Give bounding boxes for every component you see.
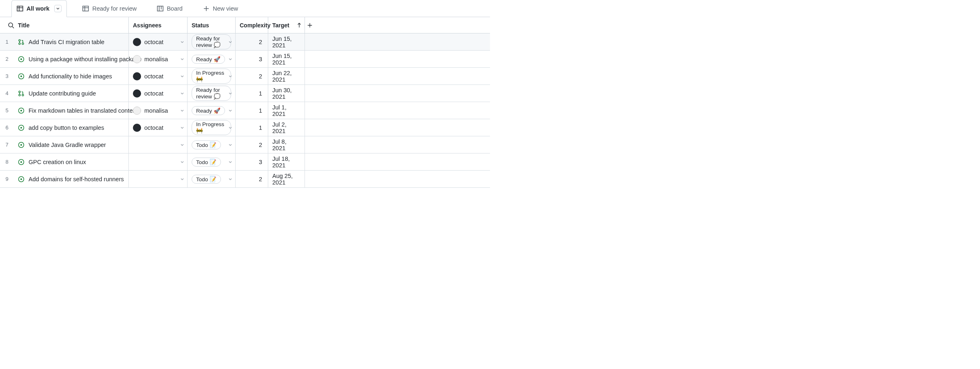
chevron-down-icon[interactable] [180, 160, 185, 164]
table-row[interactable]: 6 add copy button to examples octocat In… [0, 119, 490, 136]
chevron-down-icon[interactable] [180, 74, 185, 79]
title-text: GPC creation on linux [29, 159, 86, 165]
cell-status[interactable]: Todo 📝 [188, 136, 236, 153]
cell-title[interactable]: Fix markdown tables in translated conten… [14, 102, 129, 119]
row-number[interactable]: 9 [0, 171, 14, 187]
cell-extra [305, 33, 315, 50]
chevron-down-icon[interactable] [228, 57, 233, 62]
cell-assignees[interactable] [129, 136, 188, 153]
cell-status[interactable]: Ready 🚀 [188, 102, 236, 119]
chevron-down-icon[interactable] [228, 125, 233, 130]
cell-status[interactable]: Ready 🚀 [188, 51, 236, 67]
cell-target[interactable]: Jun 15, 2021 [268, 51, 305, 67]
cell-title[interactable]: Using a package without installing packa… [14, 51, 129, 67]
cell-target[interactable]: Jul 2, 2021 [268, 119, 305, 136]
cell-complexity[interactable]: 1 [236, 119, 268, 136]
cell-target[interactable]: Jun 15, 2021 [268, 33, 305, 50]
chevron-down-icon[interactable] [228, 74, 233, 79]
table-row[interactable]: 8 GPC creation on linux Todo 📝 3 Jul 18,… [0, 153, 490, 171]
add-column-button[interactable] [305, 17, 315, 33]
cell-complexity[interactable]: 1 [236, 102, 268, 119]
chevron-down-icon[interactable] [180, 177, 185, 182]
cell-assignees[interactable] [129, 171, 188, 187]
cell-assignees[interactable]: octocat [129, 119, 188, 136]
column-target[interactable]: Target [268, 17, 305, 33]
tab-menu-caret[interactable] [54, 5, 62, 12]
cell-target[interactable]: Aug 25, 2021 [268, 171, 305, 187]
cell-extra [305, 153, 315, 170]
tab-ready-for-review[interactable]: Ready for review [77, 2, 141, 15]
cell-complexity[interactable]: 3 [236, 51, 268, 67]
cell-assignees[interactable]: monalisa [129, 102, 188, 119]
chevron-down-icon[interactable] [228, 91, 233, 96]
row-number[interactable]: 4 [0, 85, 14, 102]
chevron-down-icon[interactable] [228, 108, 233, 113]
row-number[interactable]: 5 [0, 102, 14, 119]
chevron-down-icon[interactable] [228, 177, 233, 182]
cell-target[interactable]: Jun 22, 2021 [268, 68, 305, 84]
table-row[interactable]: 4 Update contributing guide octocat Read… [0, 85, 490, 102]
cell-title[interactable]: Add functionality to hide images [14, 68, 129, 84]
chevron-down-icon[interactable] [180, 57, 185, 62]
cell-status[interactable]: Ready for review 💭 [188, 33, 236, 50]
chevron-down-icon[interactable] [180, 142, 185, 147]
chevron-down-icon[interactable] [180, 40, 185, 44]
avatar [133, 38, 141, 46]
table-row[interactable]: 7 Validate Java Gradle wrapper Todo 📝 2 … [0, 136, 490, 153]
tab-all-work[interactable]: All work [11, 0, 67, 17]
cell-complexity[interactable]: 2 [236, 33, 268, 50]
cell-title[interactable]: Update contributing guide [14, 85, 129, 102]
row-number[interactable]: 3 [0, 68, 14, 84]
row-number[interactable]: 1 [0, 33, 14, 50]
cell-complexity[interactable]: 2 [236, 171, 268, 187]
cell-title[interactable]: Add domains for self-hosted runners [14, 171, 129, 187]
cell-complexity[interactable]: 2 [236, 136, 268, 153]
row-number[interactable]: 2 [0, 51, 14, 67]
cell-assignees[interactable]: octocat [129, 33, 188, 50]
row-number[interactable]: 6 [0, 119, 14, 136]
cell-complexity[interactable]: 1 [236, 85, 268, 102]
tab-new-view[interactable]: New view [198, 2, 243, 15]
cell-status[interactable]: In Progress 🚧 [188, 119, 236, 136]
title-text: add copy button to examples [29, 124, 104, 131]
cell-target[interactable]: Jul 18, 2021 [268, 153, 305, 170]
table-row[interactable]: 1 Add Travis CI migration table octocat … [0, 33, 490, 51]
cell-target[interactable]: Jul 1, 2021 [268, 102, 305, 119]
table-row[interactable]: 2 Using a package without installing pac… [0, 51, 490, 68]
cell-status[interactable]: Todo 📝 [188, 171, 236, 187]
chevron-down-icon[interactable] [180, 125, 185, 130]
cell-complexity[interactable]: 2 [236, 68, 268, 84]
row-number[interactable]: 7 [0, 136, 14, 153]
cell-assignees[interactable]: octocat [129, 85, 188, 102]
chevron-down-icon[interactable] [228, 40, 233, 44]
cell-status[interactable]: Ready for review 💭 [188, 85, 236, 102]
chevron-down-icon[interactable] [180, 108, 185, 113]
table-row[interactable]: 3 Add functionality to hide images octoc… [0, 68, 490, 85]
cell-assignees[interactable]: monalisa [129, 51, 188, 67]
search-button[interactable] [4, 22, 18, 29]
table-row[interactable]: 5 Fix markdown tables in translated cont… [0, 102, 490, 119]
row-number[interactable]: 8 [0, 153, 14, 170]
column-complexity[interactable]: Complexity [236, 17, 268, 33]
cell-title[interactable]: GPC creation on linux [14, 153, 129, 170]
column-status[interactable]: Status [188, 17, 236, 33]
assignee-name: monalisa [144, 56, 168, 62]
cell-status[interactable]: In Progress 🚧 [188, 68, 236, 84]
cell-complexity[interactable]: 3 [236, 153, 268, 170]
cell-target[interactable]: Jul 8, 2021 [268, 136, 305, 153]
cell-title[interactable]: Validate Java Gradle wrapper [14, 136, 129, 153]
cell-target[interactable]: Jun 30, 2021 [268, 85, 305, 102]
chevron-down-icon[interactable] [180, 91, 185, 96]
cell-status[interactable]: Todo 📝 [188, 153, 236, 170]
chevron-down-icon[interactable] [228, 142, 233, 147]
tab-board[interactable]: Board [152, 2, 188, 15]
table-row[interactable]: 9 Add domains for self-hosted runners To… [0, 171, 490, 188]
column-assignees[interactable]: Assignees [129, 17, 188, 33]
cell-assignees[interactable]: octocat [129, 68, 188, 84]
chevron-down-icon[interactable] [228, 160, 233, 164]
status-badge: Ready for review 💭 [192, 34, 231, 49]
column-title[interactable]: Title [18, 22, 30, 29]
cell-title[interactable]: add copy button to examples [14, 119, 129, 136]
cell-title[interactable]: Add Travis CI migration table [14, 33, 129, 50]
cell-assignees[interactable] [129, 153, 188, 170]
